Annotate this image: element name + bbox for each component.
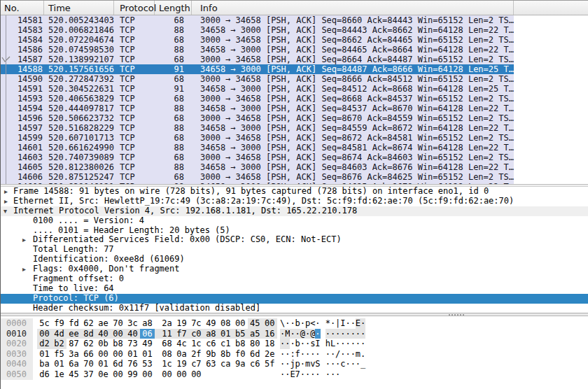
detail-row[interactable]: Identification: 0xee8d (61069)	[1, 255, 588, 264]
ascii-char[interactable]: ·	[351, 359, 356, 369]
hex-byte[interactable]: 06	[140, 329, 155, 339]
hex-byte[interactable]: 63	[204, 359, 218, 369]
hex-byte[interactable]: 0a	[174, 349, 189, 360]
packet-row[interactable]: 14584520.072204674TCP683000 → 34658 [PSH…	[1, 35, 514, 45]
hex-byte[interactable]: 00	[233, 318, 248, 329]
ascii-char[interactable]: ·	[315, 329, 320, 339]
ascii-char[interactable]: j	[290, 359, 295, 369]
column-header-length[interactable]: Length	[155, 1, 192, 15]
hex-byte[interactable]: 01	[52, 359, 66, 369]
ascii-char[interactable]: v	[310, 359, 315, 369]
packet-row[interactable]: 14601520.661624990TCP8834658 → 3000 [PSH…	[1, 143, 514, 153]
ascii-char[interactable]: ·	[351, 339, 356, 349]
packet-row[interactable]: 14586520.074598530TCP8834658 → 3000 [PSH…	[1, 45, 514, 55]
ascii-char[interactable]: L	[330, 339, 335, 349]
hex-byte[interactable]: 80	[248, 339, 262, 349]
ascii-char[interactable]: \	[280, 318, 285, 329]
ascii-char[interactable]: ·	[330, 369, 335, 380]
ascii-char[interactable]: ·	[360, 318, 365, 329]
hex-byte[interactable]: ba	[37, 359, 52, 369]
ascii-char[interactable]: ·	[340, 329, 345, 339]
hex-byte[interactable]: 62	[81, 318, 96, 329]
packet-row[interactable]: 14587520.138992107TCP683000 → 34658 [PSH…	[1, 55, 514, 64]
hex-byte[interactable]: 18	[262, 339, 277, 349]
detail-row[interactable]: Protocol: TCP (6)	[1, 294, 588, 304]
ascii-char[interactable]: ·	[330, 318, 335, 329]
ascii-char[interactable]: ·	[340, 339, 345, 349]
ascii-char[interactable]: ·	[310, 349, 315, 360]
expand-expander-icon[interactable]: ▸	[4, 187, 8, 197]
ascii-char[interactable]: ·	[326, 349, 330, 360]
ascii-char[interactable]: m	[356, 349, 360, 360]
ascii-char[interactable]: /	[335, 349, 340, 360]
hex-byte[interactable]: c6	[248, 359, 262, 369]
ascii-char[interactable]: m	[305, 359, 310, 369]
hex-row[interactable]: 0040ba016a70016d76531c19c763ca9ac65f··jp…	[1, 359, 588, 369]
ascii-char[interactable]: ·	[326, 329, 330, 339]
detail-row[interactable]: Total Length: 77	[1, 245, 588, 255]
ascii-char[interactable]: @	[300, 329, 305, 339]
hex-byte[interactable]: 6d	[111, 359, 125, 369]
hex-byte[interactable]: 19	[174, 318, 189, 329]
ascii-char[interactable]: ·	[300, 339, 305, 349]
ascii-char[interactable]: :	[290, 349, 295, 360]
ascii-char[interactable]: c	[340, 359, 345, 369]
hex-byte[interactable]: 9a	[233, 359, 248, 369]
expand-expander-icon[interactable]: ▸	[22, 264, 26, 274]
hex-byte[interactable]: 00	[140, 369, 155, 380]
hex-byte[interactable]: 5c	[37, 318, 52, 329]
hex-byte[interactable]: 53	[140, 359, 155, 369]
hex-byte[interactable]: 68	[160, 339, 174, 349]
hex-byte[interactable]: 01	[140, 349, 155, 360]
detail-row[interactable]: Time to live: 64	[1, 284, 588, 294]
ascii-char[interactable]: p	[305, 318, 310, 329]
hex-byte[interactable]: 1c	[189, 339, 204, 349]
ascii-char[interactable]: ·	[356, 339, 360, 349]
hex-row[interactable]: 0010004dee8d4000400611f7c0a801b5a516·M··…	[1, 329, 588, 339]
expand-expander-icon[interactable]: ▸	[4, 197, 8, 206]
hex-byte[interactable]: d2	[37, 339, 52, 349]
hex-byte[interactable]: 6d	[248, 349, 262, 360]
column-header-time[interactable]: Time	[44, 1, 114, 15]
hex-byte[interactable]: 16	[262, 329, 277, 339]
ascii-char[interactable]: I	[315, 339, 320, 349]
ascii-char[interactable]: ·	[335, 339, 340, 349]
hex-byte[interactable]: c7	[189, 359, 204, 369]
collapse-expander-icon[interactable]: ▾	[4, 206, 7, 216]
ascii-char[interactable]: <	[310, 318, 315, 329]
ascii-char[interactable]: _	[360, 359, 365, 369]
ascii-char[interactable]: I	[340, 318, 345, 329]
ascii-char[interactable]: ·	[335, 329, 340, 339]
hex-byte[interactable]: 00	[189, 369, 204, 380]
ascii-char[interactable]: ·	[330, 329, 335, 339]
packet-row[interactable]: 14593520.406563829TCP683000 → 34658 [PSH…	[1, 94, 514, 104]
hex-byte[interactable]: 9b	[204, 349, 218, 360]
ascii-char[interactable]: ·	[290, 329, 295, 339]
ascii-char[interactable]: ·	[351, 349, 356, 360]
ascii-char[interactable]: ·	[335, 359, 340, 369]
packet-row[interactable]: 14588520.157561656TCP9134658 → 3000 [PSH…	[1, 64, 514, 74]
hex-byte[interactable]: f9	[52, 318, 66, 329]
ascii-char[interactable]: ·	[360, 329, 365, 339]
hex-byte[interactable]: 00	[96, 349, 111, 360]
hex-byte[interactable]: 00	[174, 369, 189, 380]
hex-byte[interactable]: 3a	[66, 349, 81, 360]
hex-row[interactable]: 003001f53a6600000101080a2f9b8bf06d2e··:f…	[1, 349, 588, 360]
hex-byte[interactable]: 00	[111, 329, 125, 339]
hex-byte[interactable]: 2f	[189, 349, 204, 360]
ascii-char[interactable]: ·	[310, 369, 315, 380]
ascii-char[interactable]: ·	[315, 349, 320, 360]
hex-row[interactable]: 0020d2b287620bb87349684c1cc6c1b88018···b…	[1, 339, 588, 349]
hex-byte[interactable]: ca	[218, 359, 233, 369]
ascii-char[interactable]: @	[310, 329, 315, 339]
hex-byte[interactable]: 49	[204, 318, 218, 329]
hex-byte[interactable]: c1	[218, 339, 233, 349]
hex-byte[interactable]: f5	[52, 349, 66, 360]
column-header-protocol[interactable]: Protocol	[114, 1, 155, 15]
packet-row[interactable]: 14594520.444097817TCP8834658 → 3000 [PSH…	[1, 104, 514, 113]
hex-byte[interactable]: 2a	[160, 318, 174, 329]
detail-row[interactable]: .... 0101 = Header Length: 20 bytes (5)	[1, 226, 588, 236]
hex-byte[interactable]: d6	[37, 369, 52, 380]
ascii-char[interactable]: |	[335, 318, 340, 329]
ascii-char[interactable]: ·	[300, 318, 305, 329]
